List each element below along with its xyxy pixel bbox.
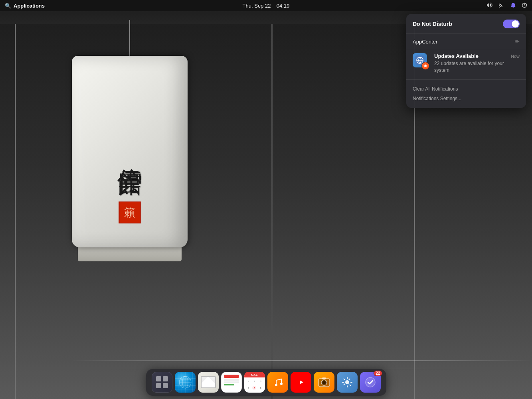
notification-panel: Do Not Disturb AppCenter ✏ — [406, 14, 526, 108]
power-icon[interactable] — [522, 2, 527, 9]
dock-item-multitasking[interactable] — [152, 372, 172, 393]
pole-center — [271, 0, 273, 399]
dock-item-calendar[interactable]: CAL 123 456 — [244, 372, 265, 393]
notification-item[interactable]: Updates Available Now 22 updates are ava… — [406, 49, 526, 79]
dock-item-camera[interactable] — [314, 372, 334, 393]
search-icon[interactable]: 🔍 — [5, 3, 10, 8]
time-display: 04:19 — [277, 3, 290, 9]
dock-item-mail[interactable] — [198, 372, 219, 393]
notif-item-header: Updates Available Now — [434, 53, 520, 59]
dnd-label: Do Not Disturb — [413, 21, 452, 27]
appcenter-badge: 22 — [374, 370, 382, 376]
menubar-datetime: Thu, Sep 22 04:19 — [243, 3, 290, 9]
menubar: 🔍 Applications Thu, Sep 22 04:19 — [0, 0, 532, 11]
dock-item-settings[interactable] — [337, 372, 358, 393]
lantern-text: 停雲館 — [117, 149, 142, 155]
app-name: Applications — [14, 3, 45, 9]
appcenter-section: AppCenter ✏ — [406, 34, 526, 49]
appcenter-settings-icon[interactable]: ✏ — [515, 38, 520, 45]
dock: CAL 123 456 — [146, 369, 386, 396]
svg-point-11 — [280, 383, 283, 385]
menubar-left: 🔍 Applications — [5, 3, 45, 9]
svg-point-18 — [366, 377, 375, 387]
notif-body: 22 updates are available for your system — [434, 60, 520, 74]
notif-content: Updates Available Now 22 updates are ava… — [434, 53, 520, 74]
surface-line — [72, 360, 532, 361]
cast-icon[interactable] — [498, 2, 505, 9]
dock-item-appcenter[interactable]: 22 — [360, 372, 381, 393]
dock-item-tasks[interactable] — [221, 372, 242, 393]
date-display: Thu, Sep 22 — [243, 3, 271, 9]
notif-app-icon — [413, 53, 429, 70]
svg-point-17 — [345, 380, 349, 384]
notif-actions: Clear All Notifications Notifications Se… — [406, 79, 526, 108]
svg-rect-16 — [322, 377, 326, 379]
dock-item-browser[interactable] — [175, 372, 196, 393]
pole-left — [15, 0, 16, 399]
dnd-section: Do Not Disturb — [406, 14, 526, 34]
notification-settings-button[interactable]: Notifications Settings... — [413, 94, 520, 103]
lantern-seal: 籟 — [119, 201, 141, 223]
notif-time: Now — [511, 54, 520, 59]
svg-point-15 — [322, 381, 326, 384]
dock-item-music[interactable] — [267, 372, 288, 393]
svg-point-10 — [275, 384, 277, 386]
bell-icon[interactable] — [510, 2, 516, 9]
menubar-right — [487, 2, 527, 9]
toggle-dot — [512, 20, 519, 28]
dock-item-youtube[interactable] — [291, 372, 311, 393]
notif-title: Updates Available — [434, 53, 479, 59]
appcenter-label: AppCenter — [413, 39, 437, 45]
volume-icon[interactable] — [487, 2, 493, 9]
dnd-toggle[interactable] — [503, 20, 520, 28]
app-icon-badge — [421, 62, 429, 70]
lantern: 停雲館 籟 — [62, 20, 198, 267]
clear-notifications-button[interactable]: Clear All Notifications — [413, 85, 520, 93]
